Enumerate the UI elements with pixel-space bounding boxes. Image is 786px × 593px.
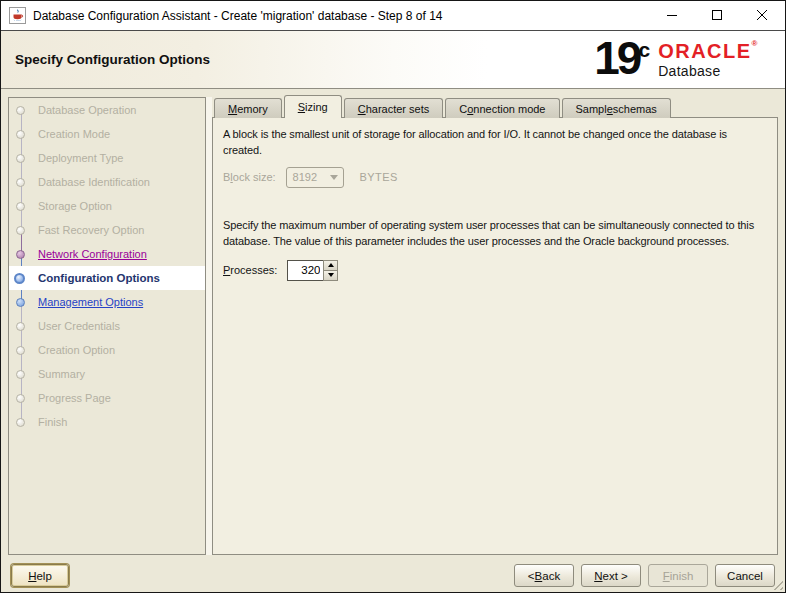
processes-input[interactable] [287, 260, 323, 281]
page-title: Specify Configuration Options [15, 52, 210, 67]
step-indicator [16, 250, 25, 259]
sidebar-step-progress-page: Progress Page [9, 386, 205, 410]
wizard-header: Specify Configuration Options 19c ORACLE… [1, 31, 785, 89]
processes-description: Specify the maximum number of operating … [223, 218, 767, 250]
configuration-options-main: Memory Sizing Character sets Connection … [212, 90, 778, 592]
sidebar-step-storage-option: Storage Option [9, 194, 205, 218]
cancel-button[interactable]: Cancel [715, 564, 775, 587]
block-size-unit: BYTES [360, 171, 398, 183]
spinner-down-button[interactable] [324, 270, 337, 280]
minimize-icon [667, 10, 678, 21]
step-indicator [16, 322, 25, 331]
close-icon [757, 10, 768, 21]
step-indicator-current [14, 273, 25, 284]
spinner-up-button[interactable] [324, 261, 337, 270]
sidebar-step-summary: Summary [9, 362, 205, 386]
close-button[interactable] [740, 1, 785, 30]
tab-bar: Memory Sizing Character sets Connection … [214, 95, 673, 118]
sidebar-step-database-identification: Database Identification [9, 170, 205, 194]
back-button[interactable]: < Back [514, 564, 574, 587]
sidebar-step-deployment-type: Deployment Type [9, 146, 205, 170]
processes-row: Processes: [223, 260, 767, 281]
spinner-down-icon [328, 273, 334, 277]
wizard-body: Database Operation Creation Mode Deploym… [1, 90, 785, 592]
step-indicator [16, 178, 25, 187]
tab-sample-schemas[interactable]: Sample schemas [562, 98, 671, 118]
tab-character-sets[interactable]: Character sets [344, 98, 444, 118]
logo-version: 19 [594, 37, 639, 79]
sidebar-step-management-options[interactable]: Management Options [9, 290, 205, 314]
processes-label: Processes: [223, 264, 277, 276]
step-list: Database Operation Creation Mode Deploym… [9, 98, 205, 554]
tab-connection-mode[interactable]: Connection mode [445, 98, 559, 118]
tab-memory[interactable]: Memory [214, 98, 282, 118]
step-indicator [16, 370, 25, 379]
sidebar-step-user-credentials: User Credentials [9, 314, 205, 338]
step-indicator [16, 106, 25, 115]
step-indicator [16, 346, 25, 355]
step-indicator [16, 202, 25, 211]
logo-product: Database [658, 63, 759, 79]
block-size-description: A block is the smallest unit of storage … [223, 127, 767, 159]
java-coffee-cup-icon [9, 7, 26, 24]
step-indicator [16, 394, 25, 403]
sidebar-step-creation-option: Creation Option [9, 338, 205, 362]
oracle-19c-database-logo: 19c ORACLE® Database [594, 37, 759, 79]
step-indicator [16, 298, 25, 307]
spinner-up-icon [328, 263, 334, 267]
step-indicator [16, 226, 25, 235]
registered-trademark: ® [752, 39, 759, 48]
sidebar-step-fast-recovery-option: Fast Recovery Option [9, 218, 205, 242]
processes-spinner [287, 260, 338, 281]
sidebar-step-network-configuration[interactable]: Network Configuration [9, 242, 205, 266]
logo-edition: c [638, 38, 650, 80]
block-size-label: Block size: [223, 171, 276, 183]
window-title: Database Configuration Assistant - Creat… [33, 9, 442, 23]
dbca-wizard-window: Database Configuration Assistant - Creat… [0, 0, 786, 593]
block-size-value: 8192 [293, 171, 317, 183]
window-controls [650, 1, 785, 30]
sidebar-step-finish: Finish [9, 410, 205, 434]
maximize-button[interactable] [695, 1, 740, 30]
step-indicator [16, 418, 25, 427]
wizard-nav-buttons: < Back Next > Finish Cancel [514, 564, 775, 587]
next-button[interactable]: Next > [581, 564, 641, 587]
wizard-steps-sidebar: Database Operation Creation Mode Deploym… [8, 97, 206, 555]
sizing-tab-panel: A block is the smallest unit of storage … [212, 117, 778, 555]
minimize-button[interactable] [650, 1, 695, 30]
sidebar-step-database-operation: Database Operation [9, 98, 205, 122]
step-indicator [16, 154, 25, 163]
sidebar-step-creation-mode: Creation Mode [9, 122, 205, 146]
title-bar: Database Configuration Assistant - Creat… [1, 1, 785, 31]
processes-spin-buttons [323, 260, 338, 281]
block-size-row: Block size: 8192 BYTES [223, 167, 767, 188]
tab-sizing[interactable]: Sizing [284, 95, 342, 118]
oracle-wordmark: ORACLE® [658, 41, 759, 61]
sidebar-step-configuration-options: Configuration Options [9, 266, 205, 290]
step-indicator [16, 130, 25, 139]
maximize-icon [712, 10, 723, 21]
finish-button[interactable]: Finish [648, 564, 708, 587]
block-size-dropdown[interactable]: 8192 [286, 167, 344, 188]
chevron-down-icon [330, 175, 338, 180]
help-button[interactable]: Help [11, 564, 69, 587]
